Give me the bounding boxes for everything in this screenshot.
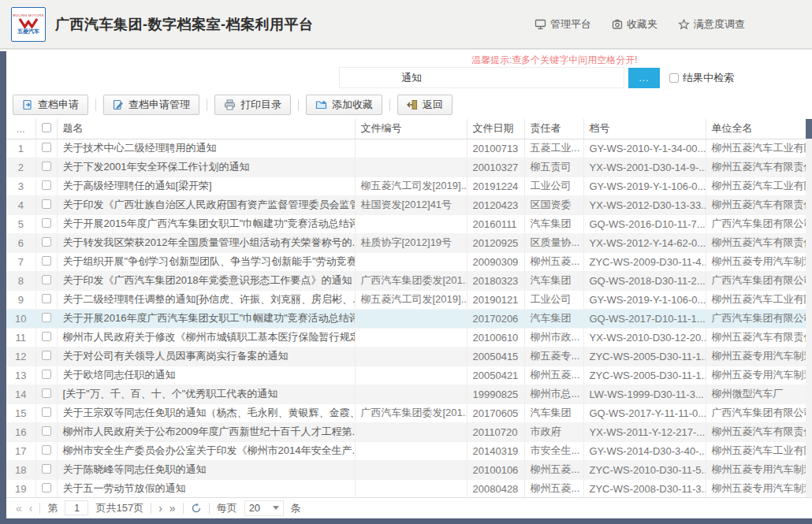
cell-title[interactable]: 柳州市人民政府关于公布2009年度广西新世纪十百千人才工程第...: [57, 422, 355, 441]
table-row[interactable]: 15 关于王宗双等同志任免职的通知（杨杰、毛永刚、黄银辉、金霞、... 广西汽车…: [6, 403, 806, 422]
back-button[interactable]: 返回: [397, 95, 453, 115]
table-row[interactable]: 17 柳州市安全生产委员会办公室关于印发《柳州市2014年安全生产... 201…: [6, 441, 806, 460]
menu-admin-platform[interactable]: 管理平台: [535, 17, 591, 32]
table-row[interactable]: 1 关于技术中心二级经理聘用的通知 20100713 五菱工业... GY-WS…: [6, 139, 806, 158]
row-checkbox[interactable]: [42, 464, 51, 474]
cell-title[interactable]: [关于"万、千、百、十、个"优秀职工代表的通知: [57, 385, 355, 403]
cell-title[interactable]: 关于欧培同志任职的通知: [57, 366, 355, 385]
row-checkbox[interactable]: [42, 313, 51, 322]
row-checkbox[interactable]: [42, 370, 51, 379]
row-checkbox[interactable]: [42, 180, 51, 190]
archive-request-button[interactable]: 查档申请: [13, 95, 88, 115]
cell-date: 20110720: [467, 422, 524, 441]
table-row[interactable]: 11 柳州市人民政府关于修改《柳州市城镇职工基本医疗保险暂行规定... 2010…: [6, 328, 806, 347]
row-checkbox[interactable]: [42, 143, 51, 152]
cell-author: 柳州五菱...: [524, 479, 583, 497]
row-checkbox[interactable]: [42, 256, 51, 266]
cell-title[interactable]: 关于印发《广西汽车集团2018年党委意识形态工作要点》的通知: [57, 271, 355, 290]
table-row[interactable]: 5 关于开展2015年度广西汽车集团女职工"巾帼建功"竞赛活动总结评... 20…: [6, 214, 806, 233]
cell-doc-number: [355, 252, 467, 271]
vertical-scrollbar[interactable]: [806, 119, 812, 497]
row-checkbox[interactable]: [42, 332, 51, 341]
table-row[interactable]: 16 柳州市人民政府关于公布2009年度广西新世纪十百千人才工程第... 201…: [6, 422, 806, 441]
row-checkbox[interactable]: [42, 218, 51, 228]
select-all-checkbox[interactable]: [42, 123, 51, 132]
column-header-date: 文件日期: [467, 119, 524, 139]
row-checkbox[interactable]: [42, 483, 51, 492]
menu-satisfaction-survey[interactable]: 满意度调查: [678, 17, 745, 32]
search-in-results-label: 结果中检索: [683, 71, 734, 85]
table-row[interactable]: 7 关于组织开展"争创学习创新型团队、争当学习创新能手"劳动竞赛... 2009…: [6, 252, 806, 271]
cell-date: 20180323: [467, 271, 524, 290]
table-row[interactable]: 14 [关于"万、千、百、十、个"优秀职工代表的通知 19990825 柳州市总…: [6, 385, 806, 403]
first-page-button[interactable]: «: [16, 503, 22, 514]
table-row[interactable]: 8 关于印发《广西汽车集团2018年党委意识形态工作要点》的通知 广西汽车集团委…: [6, 271, 806, 290]
cell-title[interactable]: 关于组织开展"争创学习创新型团队、争当学习创新能手"劳动竞赛...: [57, 252, 355, 271]
refresh-button[interactable]: [191, 503, 202, 514]
cell-title[interactable]: 关于技术中心二级经理聘用的通知: [57, 139, 355, 158]
table-row[interactable]: 12 关于对公司有关领导人员因事离岗实行备案的通知 20050415 柳五菱专.…: [6, 347, 806, 366]
row-number: 16: [6, 422, 35, 441]
cell-title[interactable]: 关于陈晓峰等同志任免职的通知: [57, 460, 355, 479]
cell-title[interactable]: 关于高级经理聘任的通知[梁开荣]: [57, 177, 355, 195]
row-checkbox[interactable]: [42, 199, 51, 209]
row-checkbox[interactable]: [42, 426, 51, 436]
row-checkbox[interactable]: [42, 388, 51, 398]
cell-doc-number: [355, 309, 467, 328]
row-checkbox[interactable]: [42, 294, 51, 303]
table-row[interactable]: 6 关于转发我区荣获2012年全国质量管理小组活动有关荣誉称号的... 桂质协字…: [6, 233, 806, 252]
row-checkbox[interactable]: [42, 445, 51, 455]
per-page-suffix-label: 条: [291, 501, 301, 515]
cell-title[interactable]: 柳州市安全生产委员会办公室关于印发《柳州市2014年安全生产...: [57, 441, 355, 460]
cell-author: 工业公司: [524, 177, 583, 195]
cell-file-number: ZYC-WS-2008-D30-11-3...: [583, 479, 706, 497]
scrollbar-thumb[interactable]: [806, 119, 812, 139]
column-header-doc-number: 文件编号: [355, 119, 467, 139]
cell-file-number: GY-WS-2019-Y-1-106-0...: [583, 290, 706, 309]
cell-title[interactable]: 关于对公司有关领导人员因事离岗实行备案的通知: [57, 347, 355, 366]
table-row[interactable]: 18 关于陈晓峰等同志任免职的通知 20100106 柳州五菱... ZYC-W…: [6, 460, 806, 479]
cell-title[interactable]: 柳州市人民政府关于修改《柳州市城镇职工基本医疗保险暂行规定...: [57, 328, 355, 347]
archive-request-manage-button[interactable]: 查档申请管理: [103, 95, 199, 115]
page-number-input[interactable]: [65, 500, 88, 515]
row-checkbox-cell: [35, 233, 57, 252]
search-input[interactable]: [339, 67, 624, 88]
last-page-button[interactable]: »: [169, 503, 176, 514]
row-checkbox[interactable]: [42, 162, 51, 171]
per-page-select[interactable]: 20: [244, 500, 284, 516]
cell-doc-number: [355, 347, 467, 366]
table-row[interactable]: 13 关于欧培同志任职的通知 20050421 柳州五菱... ZYC-WS-2…: [6, 366, 806, 385]
cell-title[interactable]: 关于下发2001年安全环保工作计划的通知: [57, 158, 355, 177]
cell-title[interactable]: 关于印发《广西壮族自治区人民政府国有资产监督管理委员会监管...: [57, 195, 355, 214]
row-checkbox[interactable]: [42, 351, 51, 360]
row-checkbox[interactable]: [42, 407, 51, 417]
table-row[interactable]: 19 关于五一劳动节放假的通知 20080428 柳州五菱... ZYC-WS-…: [6, 479, 806, 497]
cell-unit-name: 柳州五菱专用汽车制造...: [706, 479, 806, 497]
cell-title[interactable]: 关于二级经理聘任调整的通知[孙信虎、许振、刘克丽、房启彬、...: [57, 290, 355, 309]
cell-title[interactable]: 关于转发我区荣获2012年全国质量管理小组活动有关荣誉称号的...: [57, 233, 355, 252]
search-in-results-checkbox[interactable]: [669, 73, 679, 83]
cell-title[interactable]: 关于王宗双等同志任免职的通知（杨杰、毛永刚、黄银辉、金霞、...: [57, 403, 355, 422]
table-row[interactable]: 2 关于下发2001年安全环保工作计划的通知 20010327 柳五责司 YX-…: [6, 158, 806, 177]
cell-title[interactable]: 关于开展2016年度广西汽车集团女职工"巾帼建功"竞赛活动总结评...: [57, 309, 355, 328]
row-number: 5: [6, 214, 35, 233]
table-row[interactable]: 3 关于高级经理聘任的通知[梁开荣] 柳五菱汽工司发[2019]... 2019…: [6, 177, 806, 195]
cell-file-number: YX-WS-2011-Y-12-217-...: [583, 422, 706, 441]
cell-title[interactable]: 关于开展2015年度广西汽车集团女职工"巾帼建功"竞赛活动总结评...: [57, 214, 355, 233]
print-catalog-button[interactable]: 打印目录: [214, 95, 291, 115]
cell-unit-name: 柳州五菱汽车有限责任...: [706, 233, 806, 252]
search-more-button[interactable]: ...: [628, 68, 660, 88]
table-row[interactable]: 4 关于印发《广西壮族自治区人民政府国有资产监督管理委员会监管... 桂国资发[…: [6, 195, 806, 214]
cell-unit-name: 柳州五菱汽车有限责任...: [706, 195, 806, 214]
row-checkbox[interactable]: [42, 275, 51, 284]
cell-file-number: YX-WS-2012-D30-13-33...: [583, 195, 706, 214]
prev-page-button[interactable]: ‹: [29, 503, 33, 514]
cell-title[interactable]: 关于五一劳动节放假的通知: [57, 479, 355, 497]
table-row[interactable]: 10 关于开展2016年度广西汽车集团女职工"巾帼建功"竞赛活动总结评... 2…: [6, 309, 806, 328]
add-favorite-button[interactable]: 添加收藏: [306, 95, 382, 115]
pager-separator: [151, 503, 151, 514]
next-page-button[interactable]: ›: [158, 503, 162, 514]
row-checkbox[interactable]: [42, 237, 51, 247]
table-row[interactable]: 9 关于二级经理聘任调整的通知[孙信虎、许振、刘克丽、房启彬、... 柳五菱汽工…: [6, 290, 806, 309]
menu-favorites[interactable]: 收藏夹: [612, 17, 657, 32]
